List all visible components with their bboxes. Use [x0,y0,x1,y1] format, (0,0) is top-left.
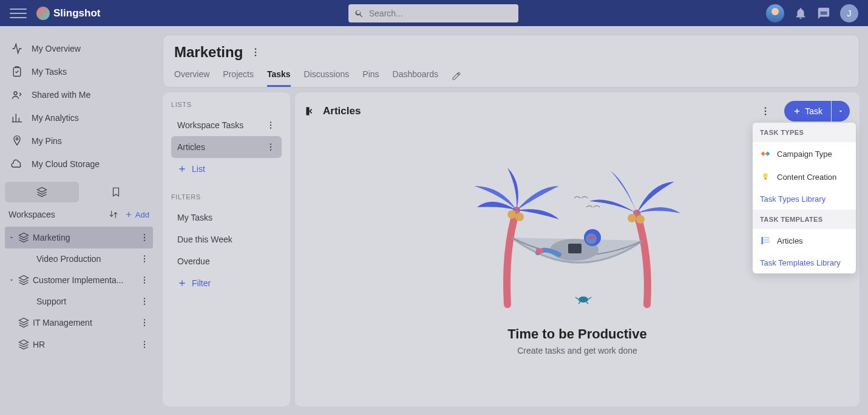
workspace-video-production[interactable]: Video Production [5,249,153,269]
svg-point-2 [144,234,145,235]
workspace-support[interactable]: Support [5,291,153,312]
svg-point-18 [144,344,145,345]
filter-overdue[interactable]: Overdue [171,250,282,272]
chevron-down-icon[interactable] [8,235,15,241]
svg-point-25 [270,128,271,129]
svg-point-23 [270,122,271,123]
list-articles[interactable]: Articles [171,136,282,158]
svg-point-41 [628,214,636,222]
sidebar-item-tasks[interactable]: My Tasks [5,60,153,83]
bookmark-icon [110,187,121,197]
sidebar-label: My Cloud Storage [32,159,100,169]
task-types-header: TASK TYPES [753,123,856,142]
task-type-content[interactable]: Content Creation [753,165,856,188]
more-icon[interactable] [266,142,276,152]
tab-pins[interactable]: Pins [362,69,379,87]
add-list-button[interactable]: List [171,158,282,180]
svg-point-28 [270,149,271,151]
template-articles[interactable]: Articles [753,229,856,252]
more-icon[interactable] [140,233,149,242]
plus-icon [124,210,133,219]
list-workspace-tasks[interactable]: Workspace Tasks [171,114,282,136]
bookmark-view-tab[interactable] [79,182,153,202]
add-workspace-button[interactable]: Add [124,210,149,219]
lists-label: LISTS [171,101,282,108]
svg-point-27 [270,146,271,148]
svg-point-1 [14,92,17,95]
task-button-dropdown[interactable] [832,101,850,122]
stack-icon [36,187,47,197]
tab-dashboards[interactable]: Dashboards [393,69,439,87]
app-name: Slingshot [53,7,100,19]
search-input[interactable] [369,9,512,18]
hamburger-menu[interactable] [10,5,27,22]
panel-toggle-icon[interactable] [305,105,317,117]
template-icon [760,235,771,246]
more-icon[interactable] [140,340,149,349]
cloud-icon [11,158,23,170]
handshake-icon [760,148,771,159]
more-icon[interactable] [266,120,276,130]
tab-overview[interactable]: Overview [174,69,209,87]
tasks-more-icon[interactable] [760,106,771,117]
user-avatar[interactable]: J [840,4,858,22]
sidebar: My Overview My Tasks Shared with Me My A… [0,26,158,415]
workspace-marketing[interactable]: Marketing [5,227,153,249]
topbar: Slingshot J [0,0,868,26]
svg-point-5 [144,255,145,256]
svg-rect-36 [764,237,770,238]
svg-point-40 [515,213,524,221]
tabs: Overview Projects Tasks Discussions Pins… [174,69,848,87]
tab-tasks[interactable]: Tasks [267,69,291,87]
tasks-panel: Articles Task TASK TYPES [295,92,860,406]
chart-icon [11,112,23,124]
workspace-it-management[interactable]: IT Management [5,312,153,334]
bell-icon[interactable] [794,7,807,20]
svg-point-10 [144,283,145,284]
more-icon[interactable] [140,297,149,306]
task-type-campaign[interactable]: Campaign Type [753,142,856,165]
svg-point-33 [763,173,768,178]
more-icon[interactable] [140,275,149,285]
add-filter-button[interactable]: Filter [171,272,282,294]
sidebar-item-analytics[interactable]: My Analytics [5,106,153,129]
pin-icon [11,135,23,147]
svg-point-19 [144,347,145,348]
svg-point-31 [765,111,767,112]
search-box[interactable] [348,4,518,22]
edit-tabs-icon[interactable] [452,71,461,81]
svg-rect-46 [588,236,595,239]
svg-point-42 [636,215,645,224]
topbar-right: J [766,4,858,22]
logo[interactable]: Slingshot [36,7,100,20]
more-icon[interactable] [140,254,149,264]
sidebar-item-cloud[interactable]: My Cloud Storage [5,153,153,176]
svg-rect-37 [764,239,770,241]
svg-point-24 [270,125,271,126]
help-avatar[interactable] [766,4,784,22]
workspace-customer-impl[interactable]: Customer Implementa... [5,269,153,291]
svg-point-9 [144,280,145,281]
tab-projects[interactable]: Projects [223,69,254,87]
chat-icon[interactable] [817,7,830,20]
chevron-down-icon[interactable] [8,277,15,283]
task-templates-library-link[interactable]: Task Templates Library [753,252,856,273]
more-icon[interactable] [140,318,149,328]
chevron-down-icon [837,108,844,115]
sort-icon[interactable] [109,210,118,219]
sidebar-item-shared[interactable]: Shared with Me [5,83,153,106]
sidebar-item-overview[interactable]: My Overview [5,37,153,60]
sidebar-item-pins[interactable]: My Pins [5,129,153,153]
svg-point-22 [255,55,257,57]
filter-due-week[interactable]: Due this Week [171,228,282,250]
plus-icon [177,278,187,288]
tab-discussions[interactable]: Discussions [304,69,350,87]
task-types-library-link[interactable]: Task Types Library [753,188,856,210]
users-icon [11,89,23,101]
workspace-view-tab[interactable] [5,182,79,202]
page-more-icon[interactable] [250,47,261,58]
svg-rect-35 [761,237,763,244]
filter-my-tasks[interactable]: My Tasks [171,207,282,228]
workspace-hr[interactable]: HR [5,334,153,355]
new-task-button[interactable]: Task [784,101,831,122]
